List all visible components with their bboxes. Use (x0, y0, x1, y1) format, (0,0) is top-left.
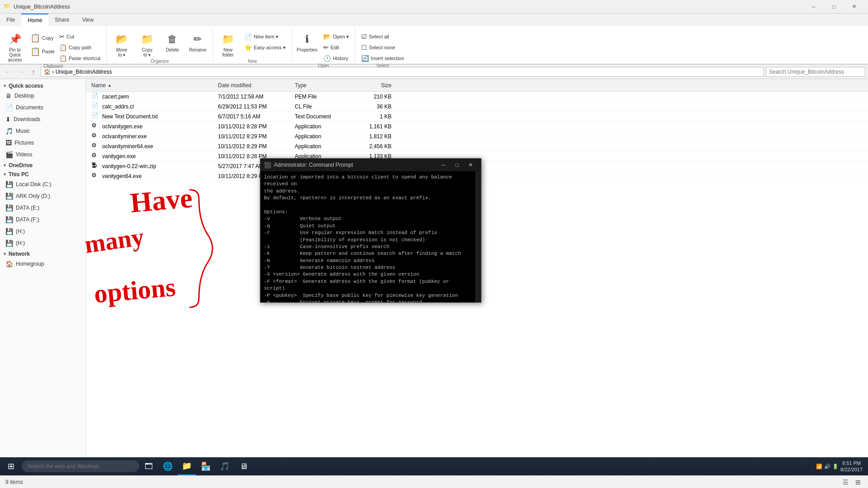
table-row[interactable]: ⚙ oclvanityminer.exe 10/11/2012 8:29 PM … (86, 131, 868, 141)
cmd-icon: ⬛ (264, 162, 271, 169)
tab-share[interactable]: Share (48, 14, 75, 26)
properties-label: Properties (297, 47, 317, 52)
select-all-button[interactable]: ☑ Select all (358, 32, 407, 42)
sidebar-item-h2[interactable]: 💾 (H:) (0, 237, 85, 249)
new-folder-icon: 📁 (221, 32, 235, 47)
sidebar-item-videos[interactable]: 🎬 Videos (0, 149, 85, 160)
cmd-close-button[interactable]: ✕ (464, 159, 477, 171)
sidebar-item-ark[interactable]: 💾 ARK Only (D:) (0, 190, 85, 202)
cmd-body[interactable]: location or imported into a bitcoin clie… (260, 171, 476, 302)
one-drive-header[interactable]: ▼ OneDrive (0, 160, 85, 169)
quick-access-header[interactable]: ▼ Quick access (0, 81, 85, 90)
select-none-button[interactable]: ☐ Select none (358, 42, 407, 52)
col-name[interactable]: Name ▲ (88, 82, 214, 89)
taskbar-clock[interactable]: 8:51 PM 8/22/2017 (840, 460, 863, 473)
cmd-scrollbar[interactable] (476, 171, 481, 302)
select-items: ☑ Select all ☐ Select none 🔄 Invert sele… (358, 28, 407, 63)
copy-to-button[interactable]: 📁 Copyto ▾ (135, 30, 159, 59)
sidebar-item-h1[interactable]: 💾 (H:) (0, 225, 85, 237)
select-label: Select (358, 63, 407, 68)
sidebar-item-homegroup[interactable]: 🏠 Homegroup (0, 258, 85, 270)
sidebar-item-pictures[interactable]: 🖼 Pictures (0, 137, 85, 149)
store-button[interactable]: 🏪 (197, 457, 215, 475)
copy-icon: 📋 (30, 33, 40, 43)
taskbar-search-input[interactable] (22, 460, 139, 472)
copy-to-icon: 📁 (140, 32, 154, 47)
network-header[interactable]: ▼ Network (0, 249, 85, 258)
rename-button[interactable]: ✏ Rename (185, 30, 210, 59)
taskbar-right: 📶 🔊 🔋 8:51 PM 8/22/2017 (812, 460, 866, 473)
data-f-icon: 💾 (5, 216, 13, 223)
file-name: oclvanityminer64.exe (102, 143, 153, 150)
table-row[interactable]: 📄 New Text Document.txt 6/7/2017 5:16 AM… (86, 112, 868, 122)
delete-button[interactable]: 🗑 Delete (160, 30, 184, 59)
paste-button[interactable]: 📋 Paste (28, 45, 55, 58)
history-button[interactable]: 🕐 History (320, 53, 352, 63)
data-e-icon: 💾 (5, 204, 13, 211)
sidebar-item-local-disk[interactable]: 💾 Local Disk (C:) (0, 178, 85, 190)
sidebar-item-data-e[interactable]: 💾 DATA (E:) (0, 202, 85, 214)
start-button[interactable]: ⊞ (2, 457, 20, 475)
sidebar-item-data-f[interactable]: 💾 DATA (F:) (0, 214, 85, 225)
tab-file[interactable]: File (0, 14, 21, 26)
sidebar-item-documents[interactable]: 📄 Documents (0, 102, 85, 113)
sidebar-item-downloads[interactable]: ⬇ Downloads (0, 113, 85, 125)
terminal-icon: 🖥 (240, 462, 248, 471)
view-large-icons-button[interactable]: ⊞ (854, 478, 863, 487)
tab-home[interactable]: Home (21, 14, 48, 26)
chevron-thispc-icon: ▼ (3, 172, 7, 177)
view-details-button[interactable]: ☰ (841, 478, 850, 487)
search-input[interactable] (766, 67, 865, 77)
sidebar-item-music[interactable]: 🎵 Music (0, 125, 85, 137)
edge-icon: 🌐 (163, 461, 173, 471)
paste-label: Paste (42, 49, 55, 54)
new-folder-button[interactable]: 📁 Newfolder (216, 30, 240, 59)
restore-button[interactable]: □ (824, 0, 844, 14)
clipboard-sub-group: ✂ Cut 📋 Copy path 📋 Paste shortcut (56, 30, 104, 63)
file-date-cell: 6/7/2017 5:16 AM (214, 113, 291, 120)
pin-to-quick-access-button[interactable]: 📌 Pin to Quickaccess (3, 30, 27, 64)
easy-access-button[interactable]: ⭐ Easy access ▾ (241, 42, 289, 52)
col-type[interactable]: Type (291, 82, 350, 89)
tab-view[interactable]: View (75, 14, 100, 26)
media-button[interactable]: 🎵 (216, 457, 234, 475)
edit-button[interactable]: ✏ Edit (320, 42, 352, 52)
col-size[interactable]: Size (350, 82, 395, 89)
clipboard-label: Clipboard (3, 64, 104, 69)
terminal-button[interactable]: 🖥 (235, 457, 253, 475)
file-explorer-button[interactable]: 📁 (178, 457, 196, 475)
cmd-restore-button[interactable]: □ (450, 159, 464, 171)
minimize-button[interactable]: ─ (803, 0, 824, 14)
rename-icon: ✏ (190, 32, 205, 47)
properties-button[interactable]: ℹ Properties (295, 30, 319, 59)
edge-button[interactable]: 🌐 (159, 457, 177, 475)
invert-selection-button[interactable]: 🔄 Invert selection (358, 53, 407, 63)
col-date[interactable]: Date modified (214, 82, 291, 89)
cut-button[interactable]: ✂ Cut (56, 32, 104, 42)
sidebar: ▼ Quick access 🖥 Desktop 📄 Documents ⬇ D… (0, 79, 86, 476)
new-item-button[interactable]: 📄 New item ▾ (241, 32, 289, 42)
table-row[interactable]: ⚙ oclvanitygen.exe 10/11/2012 8:28 PM Ap… (86, 122, 868, 131)
status-bar: 9 items ☰ ⊞ (0, 475, 868, 488)
sidebar-documents-label: Documents (16, 104, 43, 111)
clipboard-small-group: 📋 Copy 📋 Paste (28, 30, 55, 58)
this-pc-header[interactable]: ▼ This PC (0, 169, 85, 178)
copy-button[interactable]: 📋 Copy (28, 32, 55, 44)
table-row[interactable]: 📄 calc_addrs.cl 6/29/2012 11:53 PM CL Fi… (86, 102, 868, 112)
open-sub-group: 📂 Open ▾ ✏ Edit 🕐 History (320, 30, 352, 63)
close-button[interactable]: ✕ (844, 0, 864, 14)
move-to-button[interactable]: 📂 Moveto ▾ (109, 30, 134, 59)
volume-tray-icon: 🔊 (824, 464, 830, 469)
table-row[interactable]: 📄 cacert.pem 7/1/2012 12:58 AM PEM File … (86, 92, 868, 102)
pin-label: Pin to Quickaccess (4, 47, 26, 62)
open-button[interactable]: 📂 Open ▾ (320, 32, 352, 42)
paste-shortcut-button[interactable]: 📋 Paste shortcut (56, 53, 104, 63)
task-view-button[interactable]: 🗔 (140, 457, 158, 475)
chevron-onedrive-icon: ▼ (3, 163, 7, 168)
table-row[interactable]: ⚙ oclvanityminer64.exe 10/11/2012 8:29 P… (86, 141, 868, 151)
cmd-minimize-button[interactable]: ─ (437, 159, 450, 171)
file-icon: ⚙ (91, 132, 100, 141)
sidebar-item-desktop[interactable]: 🖥 Desktop (0, 90, 85, 102)
copy-path-button[interactable]: 📋 Copy path (56, 42, 104, 52)
videos-icon: 🎬 (5, 151, 13, 158)
